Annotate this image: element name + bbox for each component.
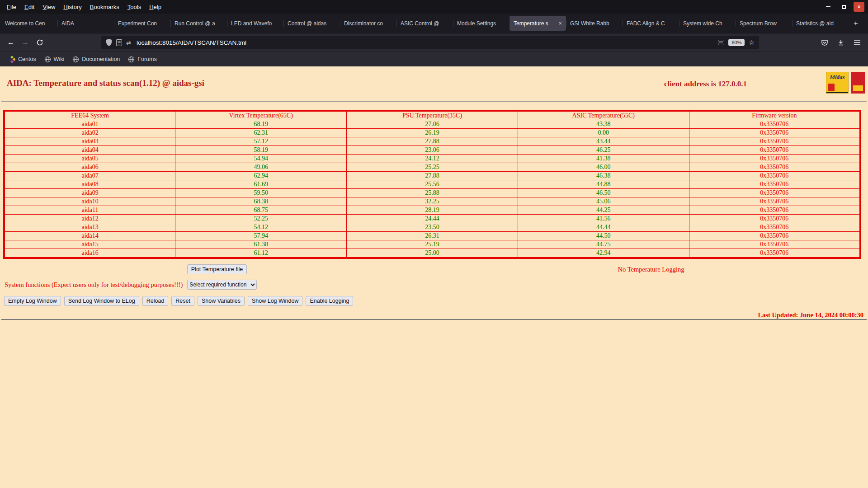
pocket-icon[interactable] (817, 36, 832, 49)
tab-close-icon[interactable]: × (558, 20, 562, 27)
menu-tools[interactable]: Tools (123, 4, 145, 10)
menu-bookmarks[interactable]: Bookmarks (86, 4, 123, 10)
table-row-aida11: aida1168.7528.1944.250x3350706 (4, 206, 860, 215)
maximize-button[interactable] (838, 2, 849, 12)
tab-label: Statistics @ aid (796, 20, 844, 27)
reader-mode-icon[interactable] (718, 39, 724, 46)
menu-hamburger-icon[interactable] (850, 36, 864, 49)
system-cell: aida16 (4, 249, 175, 258)
action-reload-button[interactable]: Reload (142, 296, 169, 306)
back-button[interactable]: ← (4, 36, 18, 49)
zoom-level-button[interactable]: 80% (728, 39, 745, 46)
page-header: AIDA: Temperature and status scan(1.12) … (0, 66, 868, 101)
menu-edit[interactable]: Edit (20, 4, 38, 10)
shield-icon[interactable] (106, 39, 112, 46)
close-button[interactable]: × (854, 2, 864, 12)
virtex-cell: 59.50 (175, 189, 347, 197)
tab-system-wide-ch[interactable]: System wide Ch (679, 16, 736, 31)
menu-history[interactable]: History (59, 4, 85, 10)
tab-gsi-white-rabb[interactable]: GSI White Rabb (566, 16, 623, 31)
temperature-table: FEE64 SystemVirtex Temperature(65C)PSU T… (3, 110, 861, 259)
tab-temperature-s[interactable]: Temperature s× (509, 16, 566, 31)
virtex-cell: 49.06 (175, 163, 347, 172)
tab-label: Control @ aidas (288, 20, 336, 27)
tab-label: Spectrum Brow (740, 20, 788, 27)
action-enable-logging-button[interactable]: Enable Logging (306, 296, 353, 306)
virtex-cell: 68.19 (175, 120, 347, 129)
firmware-cell: 0x3350706 (689, 197, 860, 206)
tab-discriminator-co[interactable]: Discriminator co (340, 16, 396, 31)
column-header-psu-temperature-35c: PSU Temperature(35C) (347, 111, 518, 120)
asic-cell: 44.88 (518, 180, 689, 189)
tab-experiment-con[interactable]: Experiment Con (114, 16, 170, 31)
new-tab-button[interactable]: + (849, 17, 862, 30)
tab-statistics-aid[interactable]: Statistics @ aid (792, 16, 849, 31)
asic-cell: 44.25 (518, 206, 689, 215)
asic-cell: 42.94 (518, 249, 689, 258)
psu-cell: 24.44 (347, 215, 518, 223)
action-buttons-row: Empty Log WindowSend Log Window to ELogR… (4, 296, 868, 306)
function-select[interactable]: Select required function (187, 280, 257, 290)
asic-cell: 44.75 (518, 240, 689, 249)
firmware-cell: 0x3350706 (689, 206, 860, 215)
window-titlebar: FileEditViewHistoryBookmarksToolsHelp × (0, 0, 868, 14)
url-bar[interactable]: ⇄ localhost:8015/AIDA/TSCAN/TSCAN.tml 80… (101, 36, 759, 49)
bookmark-label: Wiki (54, 56, 65, 62)
tab-run-control-a[interactable]: Run Control @ a (170, 16, 227, 31)
action-show-log-window-button[interactable]: Show Log Window (248, 296, 303, 306)
plot-temperature-button[interactable]: Plot Temperature file (187, 264, 247, 274)
tab-welcome-to-cen[interactable]: Welcome to Cen (1, 16, 57, 31)
url-text[interactable]: localhost:8015/AIDA/TSCAN/TSCAN.tml (137, 39, 714, 46)
action-send-log-window-to-elog-button[interactable]: Send Log Window to ELog (64, 296, 139, 306)
table-row-aida01: aida0168.1927.0643.380x3350706 (4, 120, 860, 129)
system-cell: aida08 (4, 180, 175, 189)
asic-cell: 46.00 (518, 163, 689, 172)
minimize-button[interactable] (823, 2, 834, 12)
menu-view[interactable]: View (38, 4, 59, 10)
action-empty-log-window-button[interactable]: Empty Log Window (4, 296, 61, 306)
bookmark-centos[interactable]: Centos (5, 54, 40, 65)
reload-button[interactable] (33, 36, 47, 49)
system-functions-row: System functions (Expert users only for … (5, 280, 868, 290)
tab-control-aidas[interactable]: Control @ aidas (283, 16, 340, 31)
logos: Midas (826, 72, 865, 94)
tab-asic-control[interactable]: ASIC Control @ (396, 16, 453, 31)
firmware-cell: 0x3350706 (689, 120, 860, 129)
column-header-fee64-system: FEE64 System (4, 111, 175, 120)
asic-cell: 46.38 (518, 172, 689, 180)
action-reset-button[interactable]: Reset (171, 296, 194, 306)
bookmark-wiki[interactable]: Wiki (40, 54, 69, 65)
bookmarks-toolbar: CentosWikiDocumentationForums (0, 52, 868, 66)
swap-arrows-icon[interactable]: ⇄ (126, 39, 131, 46)
action-show-variables-button[interactable]: Show Variables (198, 296, 245, 306)
column-header-asic-temperature-55c: ASIC Temperature(55C) (518, 111, 689, 120)
forward-button[interactable]: → (18, 36, 33, 49)
globe-icon (72, 56, 79, 63)
firmware-cell: 0x3350706 (689, 240, 860, 249)
bookmark-forums[interactable]: Forums (124, 54, 160, 65)
psu-cell: 23.06 (347, 146, 518, 155)
tab-spectrum-brow[interactable]: Spectrum Brow (736, 16, 792, 31)
downloads-icon[interactable] (834, 36, 848, 49)
bookmark-documentation[interactable]: Documentation (68, 54, 124, 65)
menu-file[interactable]: File (3, 4, 20, 10)
table-row-aida06: aida0649.0625.2546.000x3350706 (4, 163, 860, 172)
fair-logo (851, 72, 865, 94)
centos-icon (9, 56, 15, 63)
menu-help[interactable]: Help (145, 4, 165, 10)
bookmark-star-icon[interactable]: ☆ (749, 39, 755, 46)
page-info-icon[interactable] (116, 39, 122, 46)
tab-aida[interactable]: AIDA (57, 16, 114, 31)
divider-bottom (1, 319, 867, 320)
tab-fadc-align-c[interactable]: FADC Align & C (623, 16, 679, 31)
virtex-cell: 54.94 (175, 155, 347, 163)
psu-cell: 23.50 (347, 223, 518, 232)
psu-cell: 27.88 (347, 172, 518, 180)
virtex-cell: 54.12 (175, 223, 347, 232)
firmware-cell: 0x3350706 (689, 249, 860, 258)
tab-module-settings[interactable]: Module Settings (453, 16, 509, 31)
menu-bar: FileEditViewHistoryBookmarksToolsHelp (0, 4, 165, 10)
table-row-aida05: aida0554.9424.1241.380x3350706 (4, 155, 860, 163)
tab-led-and-wavefo[interactable]: LED and Wavefo (227, 16, 283, 31)
psu-cell: 25.00 (347, 249, 518, 258)
